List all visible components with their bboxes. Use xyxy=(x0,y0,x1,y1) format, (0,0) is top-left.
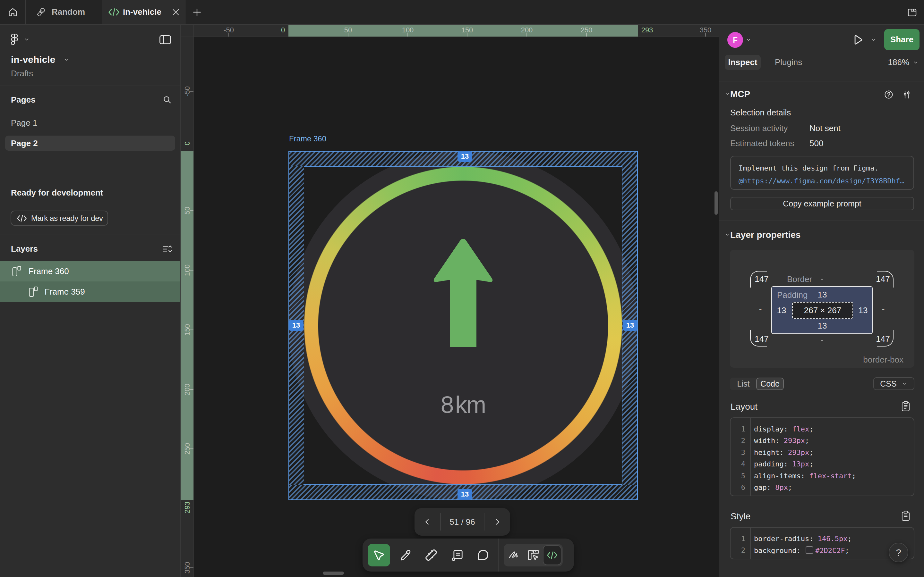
help-button[interactable]: ? xyxy=(889,543,908,562)
canvas-horizontal-scrollbar[interactable] xyxy=(323,572,344,575)
border-left-value[interactable]: - xyxy=(759,304,762,314)
view-code-tab[interactable]: Code xyxy=(756,378,784,390)
mark-ready-for-dev-button[interactable]: Mark as ready for dev xyxy=(11,211,108,226)
clipboard-icon[interactable] xyxy=(901,511,911,522)
new-tab-button[interactable] xyxy=(192,7,202,17)
line-number: 2 xyxy=(730,546,745,554)
new-window-button[interactable] xyxy=(905,5,919,19)
padding-top-value[interactable]: 13 xyxy=(818,290,827,300)
frame-360-canvas-label[interactable]: Frame 360 xyxy=(289,134,326,143)
padding-badge-top[interactable]: 13 xyxy=(457,151,472,162)
padding-badge-left[interactable]: 13 xyxy=(289,320,304,331)
measure-tool-button[interactable] xyxy=(418,538,444,572)
layer-row-frame-359[interactable]: Frame 359 xyxy=(0,282,180,302)
collapse-layers-icon[interactable] xyxy=(162,244,172,254)
code-value: 8px xyxy=(775,484,788,492)
padding-right-value[interactable]: 13 xyxy=(859,306,868,316)
chevron-down-icon[interactable] xyxy=(724,91,730,97)
previous-frame-button[interactable] xyxy=(415,508,440,536)
sliders-icon[interactable] xyxy=(901,90,912,99)
code-property: height: xyxy=(754,448,788,456)
estimated-tokens-value: 500 xyxy=(809,139,823,148)
clipboard-icon[interactable] xyxy=(901,401,911,412)
zoom-control[interactable]: 186% xyxy=(888,55,919,70)
file-location[interactable]: Drafts xyxy=(11,69,33,79)
vertical-ruler[interactable]: -50050100150200250293350 xyxy=(181,37,194,577)
code-text: display: flex; xyxy=(745,425,813,433)
padding-bottom-value[interactable]: 13 xyxy=(818,321,827,331)
avatar[interactable]: F xyxy=(727,32,743,48)
corner-radius-tl[interactable]: 147 xyxy=(754,274,768,284)
design-canvas[interactable]: Frame 360 8km 13 13 13 13 51 / 96 xyxy=(194,37,719,577)
code-value: 13px xyxy=(792,460,809,468)
padding-badge-right[interactable]: 13 xyxy=(623,320,638,331)
copy-example-prompt-button[interactable]: Copy example prompt xyxy=(730,197,914,210)
code-line: 6 gap: 8px; xyxy=(730,482,914,494)
sidebar-toggle-button[interactable] xyxy=(159,35,171,45)
chevron-down-icon[interactable] xyxy=(745,37,752,43)
draw-mode-button[interactable] xyxy=(504,544,523,566)
chevron-down-icon xyxy=(901,381,908,386)
select-tool-button[interactable] xyxy=(368,544,390,566)
content-size: 267 × 267 xyxy=(804,306,841,316)
border-bottom-value[interactable]: - xyxy=(821,335,824,345)
figma-app-window: Random in-vehicle in-vehicle Drafts Page… xyxy=(0,0,924,577)
code-text: border-radius: 146.5px; xyxy=(745,535,852,543)
example-prompt-box[interactable]: Implement this design from Figma. @https… xyxy=(730,156,914,190)
code-property: padding: xyxy=(754,460,792,468)
language-dropdown[interactable]: CSS xyxy=(873,377,914,390)
play-icon[interactable] xyxy=(851,34,864,46)
padding-badge-bottom[interactable]: 13 xyxy=(457,489,472,500)
share-button[interactable]: Share xyxy=(884,29,919,50)
search-icon[interactable] xyxy=(162,95,172,105)
view-mode-segmented-control: List Code xyxy=(730,378,784,390)
canvas-vertical-scrollbar[interactable] xyxy=(714,191,718,215)
style-code-block[interactable]: 1 border-radius: 146.5px; 2 background: … xyxy=(730,527,914,559)
corner-radius-br[interactable]: 147 xyxy=(876,334,890,344)
padding-left-value[interactable]: 13 xyxy=(777,306,787,316)
ruler-tick xyxy=(348,33,349,37)
horizontal-ruler[interactable]: -50050100150200250293350 xyxy=(194,25,719,37)
layer-row-frame-360[interactable]: Frame 360 xyxy=(0,261,180,282)
content-size-box[interactable]: 267 × 267 xyxy=(792,302,853,319)
page-item-2-selected[interactable]: Page 2 xyxy=(5,135,175,151)
corner-radius-tr[interactable]: 147 xyxy=(876,274,890,284)
next-frame-button[interactable] xyxy=(485,508,510,536)
frame-pagination: 51 / 96 xyxy=(415,508,510,536)
tab-random[interactable]: Random xyxy=(25,0,102,24)
main-menu-button[interactable] xyxy=(10,33,19,45)
chevron-down-icon[interactable] xyxy=(724,232,730,237)
chevron-down-icon[interactable] xyxy=(870,37,877,43)
line-number: 6 xyxy=(730,484,745,492)
code-mode-button[interactable] xyxy=(543,545,561,565)
close-icon[interactable] xyxy=(171,8,180,17)
code-line: 3 height: 293px; xyxy=(730,446,914,458)
home-icon xyxy=(7,7,18,18)
tab-inspect[interactable]: Inspect xyxy=(725,55,761,70)
home-button[interactable] xyxy=(0,0,25,24)
mcp-heading[interactable]: MCP xyxy=(730,89,750,99)
help-circle-icon[interactable] xyxy=(884,90,893,99)
view-list-tab[interactable]: List xyxy=(730,378,757,390)
ruler-label: 293 xyxy=(641,26,653,34)
code-semicolon: ; xyxy=(852,472,856,480)
comment-tool-button[interactable] xyxy=(470,538,496,572)
border-right-value[interactable]: - xyxy=(882,304,885,314)
ruler-tick xyxy=(190,389,194,390)
eyedropper-tool-button[interactable] xyxy=(392,538,418,572)
layout-code-block[interactable]: 1 display: flex; 2 width: 293px; 3 heigh… xyxy=(730,417,914,496)
prompt-line-1: Implement this design from Figma. xyxy=(738,162,913,175)
layer-properties-heading[interactable]: Layer properties xyxy=(730,230,800,240)
measure-mode-button[interactable] xyxy=(523,544,543,566)
tab-in-vehicle[interactable]: in-vehicle xyxy=(102,0,185,24)
corner-radius-bl[interactable]: 147 xyxy=(754,334,768,344)
line-number: 2 xyxy=(730,437,745,445)
border-top-value[interactable]: - xyxy=(821,274,824,284)
tab-plugins[interactable]: Plugins xyxy=(769,55,808,70)
file-name-row[interactable]: in-vehicle xyxy=(11,54,70,65)
file-name[interactable]: in-vehicle xyxy=(11,54,55,65)
code-icon xyxy=(546,550,558,560)
layout-heading: Layout xyxy=(730,402,758,412)
annotation-tool-button[interactable] xyxy=(444,538,470,572)
page-item-1[interactable]: Page 1 xyxy=(11,118,37,128)
